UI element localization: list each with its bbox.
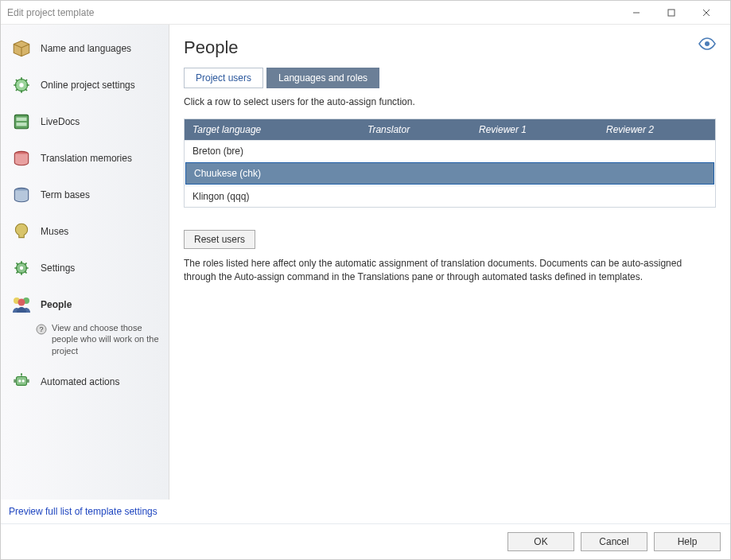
preview-template-settings-link[interactable]: Preview full list of template settings — [9, 506, 157, 517]
footer-links: Preview full list of template settings — [1, 500, 730, 523]
glossary-icon — [10, 184, 33, 206]
sidebar-item-online-project-settings[interactable]: Online project settings — [4, 68, 165, 103]
window-controls — [619, 1, 724, 25]
table-row[interactable]: Klingon (qqq) — [185, 185, 715, 207]
svg-point-12 — [20, 266, 23, 270]
sidebar-item-label: Name and languages — [41, 43, 131, 54]
dialog-footer: OK Cancel Help — [1, 523, 730, 559]
cell-target-language: Chuukese (chk) — [194, 168, 361, 179]
sidebar-item-people-desc: View and choose those people who will wo… — [52, 322, 161, 356]
page-title: People — [184, 37, 698, 58]
sidebar-item-label: Translation memories — [41, 153, 132, 164]
table-row[interactable]: Breton (bre) — [185, 140, 715, 161]
robot-icon — [10, 371, 33, 393]
sidebar-item-label: Term bases — [41, 189, 90, 200]
sidebar-item-name-languages[interactable]: Name and languages — [4, 31, 165, 66]
gear-cloud-icon — [10, 74, 33, 96]
note-text: The roles listed here affect only the au… — [184, 257, 709, 284]
sidebar-item-people[interactable]: People — [4, 287, 165, 322]
col-reviewer1[interactable]: Reviewer 1 — [471, 119, 598, 140]
col-translator[interactable]: Translator — [360, 119, 471, 140]
cell-reviewer2 — [598, 146, 707, 157]
cell-reviewer1 — [472, 168, 600, 179]
close-button[interactable] — [689, 1, 724, 25]
sidebar-item-automated-actions[interactable]: Automated actions — [4, 364, 165, 399]
cell-reviewer1 — [471, 191, 598, 202]
eye-icon[interactable] — [698, 37, 716, 52]
svg-rect-8 — [17, 122, 27, 126]
tab-project-users[interactable]: Project users — [184, 68, 263, 88]
window-title: Edit project template — [7, 7, 619, 18]
sidebar-item-people-desc-row: ? View and choose those people who will … — [36, 322, 165, 356]
help-button[interactable]: Help — [654, 532, 721, 551]
cell-reviewer2 — [600, 168, 706, 179]
main-panel: People Project users Languages and roles… — [169, 25, 730, 500]
table-header: Target language Translator Reviewer 1 Re… — [185, 119, 715, 140]
muses-icon — [10, 220, 33, 243]
cell-target-language: Breton (bre) — [192, 146, 360, 157]
sidebar-item-label: Settings — [41, 262, 75, 274]
sidebar-item-muses[interactable]: Muses — [4, 214, 165, 249]
table-row[interactable]: Chuukese (chk) — [185, 162, 714, 185]
memory-icon — [10, 147, 33, 169]
cabinet-icon — [10, 111, 33, 133]
sidebar-item-settings[interactable]: Settings — [4, 251, 165, 286]
gear-icon — [10, 257, 33, 279]
svg-rect-24 — [27, 379, 29, 383]
help-icon: ? — [36, 324, 47, 335]
roles-table: Target language Translator Reviewer 1 Re… — [184, 119, 716, 208]
svg-text:?: ? — [39, 325, 43, 333]
svg-point-19 — [18, 379, 21, 382]
sidebar-item-label: Automated actions — [41, 376, 119, 387]
sidebar: Name and languages Online project settin… — [1, 25, 169, 500]
ok-button[interactable]: OK — [507, 532, 574, 551]
sidebar-item-label: Online project settings — [41, 80, 135, 91]
tab-languages-and-roles[interactable]: Languages and roles — [266, 68, 379, 88]
reset-users-button[interactable]: Reset users — [184, 230, 255, 249]
svg-rect-18 — [17, 376, 27, 385]
svg-rect-23 — [14, 379, 16, 383]
maximize-button[interactable] — [654, 1, 689, 25]
svg-rect-1 — [668, 10, 675, 16]
sidebar-item-translation-memories[interactable]: Translation memories — [4, 141, 165, 176]
col-reviewer2[interactable]: Reviewer 2 — [598, 119, 715, 140]
col-target-language[interactable]: Target language — [185, 119, 360, 140]
box-icon — [10, 37, 33, 60]
svg-point-15 — [18, 299, 25, 306]
sidebar-item-term-bases[interactable]: Term bases — [4, 177, 165, 212]
sidebar-item-label: LiveDocs — [41, 116, 80, 127]
svg-rect-6 — [14, 115, 28, 128]
svg-point-20 — [22, 379, 25, 382]
sidebar-item-label: Muses — [41, 226, 68, 237]
svg-point-22 — [21, 373, 22, 375]
tabs: Project users Languages and roles — [184, 68, 716, 88]
cell-translator — [360, 191, 471, 202]
titlebar: Edit project template — [1, 1, 730, 25]
svg-point-25 — [705, 41, 710, 46]
cell-reviewer2 — [598, 191, 707, 202]
cell-translator — [360, 146, 471, 157]
cell-target-language: Klingon (qqq) — [192, 191, 360, 202]
instruction-text: Click a row to select users for the auto… — [184, 96, 716, 107]
people-icon — [10, 294, 33, 316]
sidebar-item-livedocs[interactable]: LiveDocs — [4, 104, 165, 139]
cell-reviewer1 — [471, 146, 598, 157]
cancel-button[interactable]: Cancel — [581, 532, 647, 551]
sidebar-item-label: People — [41, 299, 72, 310]
svg-point-5 — [19, 83, 23, 87]
minimize-button[interactable] — [619, 1, 654, 25]
cell-translator — [361, 168, 472, 179]
svg-rect-7 — [17, 118, 27, 121]
